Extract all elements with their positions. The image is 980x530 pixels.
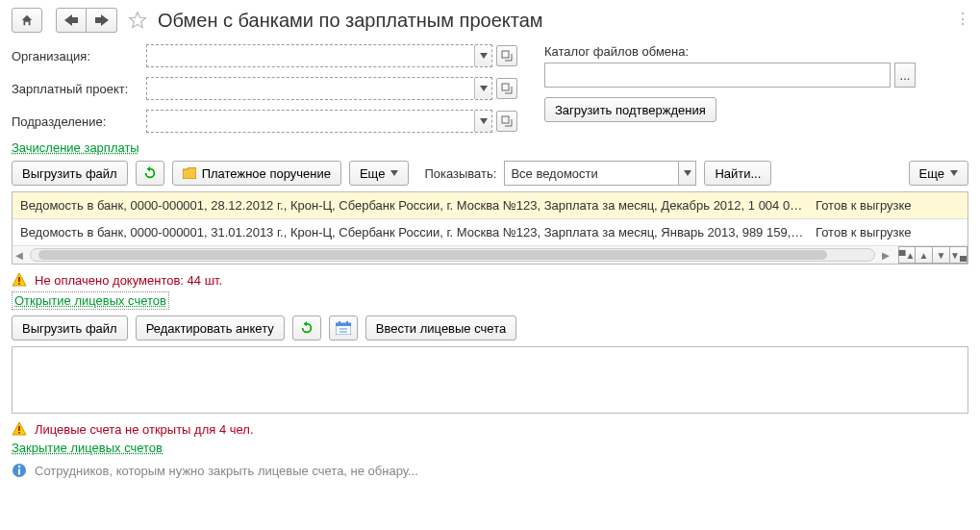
svg-rect-11 xyxy=(18,426,20,431)
more-button-2[interactable]: Еще xyxy=(909,161,968,186)
calendar-button[interactable] xyxy=(329,315,358,341)
export-file-button[interactable]: Выгрузить файл xyxy=(12,161,128,186)
scrollbar: ◄ ► ▀▲ ▲ ▼ ▼▄ xyxy=(13,246,967,264)
org-input[interactable] xyxy=(147,45,474,66)
dept-open-button[interactable] xyxy=(496,111,517,132)
toolbar-accounts: Выгрузить файл Редактировать анкету Ввес… xyxy=(12,315,968,341)
forward-button[interactable] xyxy=(87,8,117,33)
find-button[interactable]: Найти... xyxy=(704,161,771,186)
mini-nav: ▀▲ ▲ ▼ ▼▄ xyxy=(898,246,967,264)
more-button-1[interactable]: Еще xyxy=(349,161,409,186)
close-info-text: Сотрудников, которым нужно закрыть лицев… xyxy=(35,464,418,478)
accounts-panel xyxy=(12,346,968,414)
dept-input[interactable] xyxy=(147,111,474,132)
enter-accounts-button[interactable]: Ввести лицевые счета xyxy=(365,315,516,341)
project-combo[interactable] xyxy=(146,77,492,100)
svg-rect-12 xyxy=(18,432,20,434)
scroll-right-icon[interactable]: ► xyxy=(879,248,892,263)
org-label: Организация: xyxy=(12,49,146,63)
favorite-star-icon[interactable] xyxy=(125,8,150,33)
export-file-button-2[interactable]: Выгрузить файл xyxy=(12,315,128,341)
svg-rect-1 xyxy=(502,84,509,90)
refresh-button[interactable] xyxy=(136,161,164,186)
row-description: Ведомость в банк, 0000-000001, 28.12.201… xyxy=(20,198,804,213)
project-label: Зарплатный проект: xyxy=(12,82,146,96)
svg-rect-14 xyxy=(18,469,20,475)
org-dropdown-icon[interactable] xyxy=(474,45,491,66)
chevron-down-icon xyxy=(950,170,958,176)
info-icon xyxy=(12,463,27,478)
load-confirmations-button[interactable]: Загрузить подтверждения xyxy=(544,97,716,122)
section-enroll-link[interactable]: Зачисление зарплаты xyxy=(12,140,139,155)
dept-combo[interactable] xyxy=(146,110,492,133)
svg-rect-4 xyxy=(18,283,20,285)
nav-up-icon[interactable]: ▲ xyxy=(916,246,933,264)
section-close-accounts-link[interactable]: Закрытие лицевых счетов xyxy=(12,441,163,455)
org-combo[interactable] xyxy=(146,44,492,67)
svg-rect-2 xyxy=(502,116,509,123)
statements-table: Ведомость в банк, 0000-000001, 28.12.201… xyxy=(12,191,968,265)
table-row[interactable]: Ведомость в банк, 0000-000001, 31.01.201… xyxy=(13,219,967,246)
calendar-icon xyxy=(336,321,351,335)
chevron-down-icon xyxy=(390,170,398,176)
show-dropdown-icon[interactable] xyxy=(678,162,695,185)
section-open-accounts-link[interactable]: Открытие лицевых счетов xyxy=(12,291,169,310)
table-row[interactable]: Ведомость в банк, 0000-000001, 28.12.201… xyxy=(13,192,967,219)
edit-form-button[interactable]: Редактировать анкету xyxy=(136,315,285,341)
nav-bottom-icon[interactable]: ▼▄ xyxy=(950,246,967,264)
unpaid-warning: Не оплачено документов: 44 шт. xyxy=(35,273,222,288)
catalog-label: Каталог файлов обмена: xyxy=(544,44,968,59)
scroll-track[interactable] xyxy=(30,248,875,262)
row-description: Ведомость в банк, 0000-000001, 31.01.201… xyxy=(20,225,804,240)
dept-label: Подразделение: xyxy=(12,114,146,129)
payment-order-button[interactable]: Платежное поручение xyxy=(172,161,341,186)
catalog-input[interactable] xyxy=(544,63,891,88)
show-combo-value: Все ведомости xyxy=(505,166,678,181)
home-button[interactable] xyxy=(12,8,42,33)
nav-top-icon[interactable]: ▀▲ xyxy=(898,246,916,264)
toolbar-statements: Выгрузить файл Платежное поручение Еще П… xyxy=(12,161,968,186)
org-open-button[interactable] xyxy=(496,45,517,66)
svg-point-15 xyxy=(18,466,20,467)
page-title: Обмен с банками по зарплатным проектам xyxy=(158,10,543,32)
project-dropdown-icon[interactable] xyxy=(474,78,491,99)
back-button[interactable] xyxy=(56,8,87,33)
refresh-button-2[interactable] xyxy=(292,315,321,341)
svg-rect-6 xyxy=(336,323,351,326)
catalog-browse-button[interactable]: ... xyxy=(894,63,916,88)
row-status: Готов к выгрузке xyxy=(816,225,960,240)
row-status: Готов к выгрузке xyxy=(816,198,960,213)
warning-icon xyxy=(12,421,27,437)
kebab-menu-icon[interactable]: ⋮ xyxy=(955,10,970,28)
show-combo[interactable]: Все ведомости xyxy=(504,161,696,186)
project-open-button[interactable] xyxy=(496,78,517,99)
nav-down-icon[interactable]: ▼ xyxy=(933,246,950,264)
scroll-thumb[interactable] xyxy=(38,250,827,260)
scroll-left-icon[interactable]: ◄ xyxy=(13,248,26,263)
folder-icon xyxy=(183,167,196,179)
dept-dropdown-icon[interactable] xyxy=(474,111,491,132)
warning-icon xyxy=(12,272,27,288)
show-label: Показывать: xyxy=(424,166,496,181)
header: Обмен с банками по зарплатным проектам xyxy=(12,8,968,33)
svg-rect-0 xyxy=(502,51,509,58)
project-input[interactable] xyxy=(147,78,474,99)
not-open-warning: Лицевые счета не открыты для 4 чел. xyxy=(35,422,254,437)
svg-rect-3 xyxy=(18,277,20,282)
payment-order-label: Платежное поручение xyxy=(202,166,331,181)
